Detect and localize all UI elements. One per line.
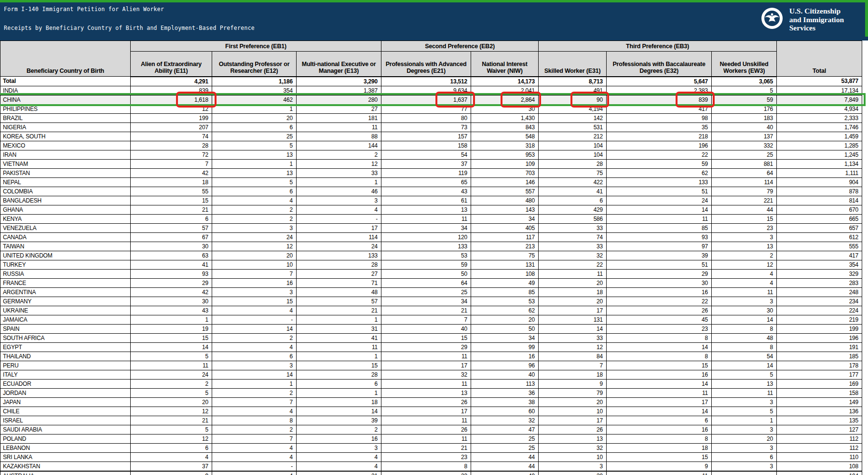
- value-cell[interactable]: 17: [607, 397, 712, 407]
- value-cell[interactable]: 12: [131, 104, 212, 113]
- country-cell[interactable]: PERU: [0, 361, 131, 370]
- value-cell[interactable]: 16: [607, 287, 712, 297]
- value-cell[interactable]: 405: [471, 223, 539, 232]
- value-cell[interactable]: 14: [131, 342, 212, 352]
- value-cell[interactable]: 665: [777, 214, 862, 223]
- value-cell[interactable]: 25: [381, 287, 471, 297]
- value-cell[interactable]: 12: [539, 342, 607, 352]
- value-cell[interactable]: 20: [539, 278, 607, 287]
- value-cell[interactable]: 143: [471, 205, 539, 214]
- value-cell[interactable]: 4: [212, 452, 297, 461]
- value-cell[interactable]: 37: [131, 461, 212, 471]
- value-cell[interactable]: 34: [471, 333, 539, 342]
- value-cell[interactable]: 24: [131, 370, 212, 379]
- value-cell[interactable]: 51: [607, 187, 712, 196]
- value-cell[interactable]: 14: [212, 324, 297, 333]
- value-cell[interactable]: 13: [712, 379, 777, 388]
- value-cell[interactable]: 127: [777, 425, 862, 434]
- value-cell[interactable]: 3: [712, 425, 777, 434]
- value-cell[interactable]: 50: [471, 324, 539, 333]
- value-cell[interactable]: 14: [297, 407, 381, 416]
- value-cell[interactable]: 1,459: [777, 132, 862, 141]
- value-cell[interactable]: 422: [539, 177, 607, 187]
- value-cell[interactable]: 5: [212, 141, 297, 150]
- value-cell[interactable]: 25: [712, 150, 777, 159]
- value-cell[interactable]: 8: [607, 333, 712, 342]
- value-cell[interactable]: 43: [131, 306, 212, 315]
- value-cell[interactable]: 2: [297, 150, 381, 159]
- country-cell[interactable]: ECUADOR: [0, 379, 131, 388]
- value-cell[interactable]: 417: [607, 104, 712, 113]
- value-cell[interactable]: 480: [471, 196, 539, 205]
- value-cell[interactable]: 10: [539, 407, 607, 416]
- value-cell[interactable]: 85: [471, 287, 539, 297]
- value-cell[interactable]: 6: [607, 416, 712, 425]
- value-cell[interactable]: 12: [297, 159, 381, 168]
- value-cell[interactable]: 93: [607, 232, 712, 242]
- value-cell[interactable]: 2,864: [471, 95, 539, 104]
- value-cell[interactable]: 23: [381, 471, 471, 475]
- value-cell[interactable]: 8: [607, 434, 712, 443]
- value-cell[interactable]: 429: [539, 205, 607, 214]
- value-cell[interactable]: 4: [212, 407, 297, 416]
- value-cell[interactable]: 2: [212, 333, 297, 342]
- value-cell[interactable]: 133: [607, 177, 712, 187]
- value-cell[interactable]: 84: [539, 352, 607, 361]
- value-cell[interactable]: 133: [297, 251, 381, 260]
- value-cell[interactable]: 24: [297, 242, 381, 251]
- value-cell[interactable]: 137: [712, 132, 777, 141]
- value-cell[interactable]: 218: [607, 132, 712, 141]
- value-cell[interactable]: 3: [539, 461, 607, 471]
- value-cell[interactable]: 1: [297, 352, 381, 361]
- value-cell[interactable]: 26: [607, 306, 712, 315]
- value-cell[interactable]: 11: [381, 416, 471, 425]
- value-cell[interactable]: 18: [539, 370, 607, 379]
- value-cell[interactable]: 839: [131, 86, 212, 95]
- value-cell[interactable]: 4: [712, 269, 777, 278]
- value-cell[interactable]: 4: [212, 196, 297, 205]
- value-cell[interactable]: 213: [471, 242, 539, 251]
- value-cell[interactable]: 881: [712, 159, 777, 168]
- value-cell[interactable]: 36: [471, 388, 539, 397]
- value-cell[interactable]: 90: [539, 95, 607, 104]
- value-cell[interactable]: 93: [131, 269, 212, 278]
- value-cell[interactable]: 1,387: [297, 86, 381, 95]
- value-cell[interactable]: 3: [712, 397, 777, 407]
- value-cell[interactable]: 48: [297, 287, 381, 297]
- value-cell[interactable]: 6: [212, 187, 297, 196]
- value-cell[interactable]: 31: [297, 324, 381, 333]
- value-cell[interactable]: 15: [131, 333, 212, 342]
- value-cell[interactable]: 318: [471, 141, 539, 150]
- value-cell[interactable]: 25: [212, 132, 297, 141]
- value-cell[interactable]: 16: [212, 278, 297, 287]
- value-cell[interactable]: 15: [607, 361, 712, 370]
- value-cell[interactable]: 3: [212, 223, 297, 232]
- country-cell[interactable]: BANGLADESH: [0, 196, 131, 205]
- value-cell[interactable]: 11: [381, 214, 471, 223]
- value-cell[interactable]: 7: [212, 434, 297, 443]
- country-cell[interactable]: IRAN: [0, 150, 131, 159]
- value-cell[interactable]: 17: [539, 306, 607, 315]
- value-cell[interactable]: 104: [539, 141, 607, 150]
- value-cell[interactable]: 839: [607, 95, 712, 104]
- value-cell[interactable]: 29: [607, 269, 712, 278]
- country-cell[interactable]: JAPAN: [0, 397, 131, 407]
- value-cell[interactable]: 32: [471, 416, 539, 425]
- value-cell[interactable]: 3,290: [297, 77, 381, 86]
- value-cell[interactable]: 183: [712, 113, 777, 122]
- value-cell[interactable]: 21: [297, 471, 381, 475]
- value-cell[interactable]: 3: [712, 461, 777, 471]
- value-cell[interactable]: 5: [712, 86, 777, 95]
- country-cell[interactable]: INDIA: [0, 86, 131, 95]
- value-cell[interactable]: 13: [212, 168, 297, 177]
- country-cell[interactable]: RUSSIA: [0, 269, 131, 278]
- value-cell[interactable]: 18: [539, 287, 607, 297]
- value-cell[interactable]: 62: [607, 168, 712, 177]
- value-cell[interactable]: 33: [539, 242, 607, 251]
- country-cell[interactable]: SRI LANKA: [0, 452, 131, 461]
- value-cell[interactable]: 18: [131, 177, 212, 187]
- value-cell[interactable]: 26: [539, 425, 607, 434]
- value-cell[interactable]: 2: [712, 251, 777, 260]
- country-cell[interactable]: EGYPT: [0, 342, 131, 352]
- value-cell[interactable]: 1,134: [777, 159, 862, 168]
